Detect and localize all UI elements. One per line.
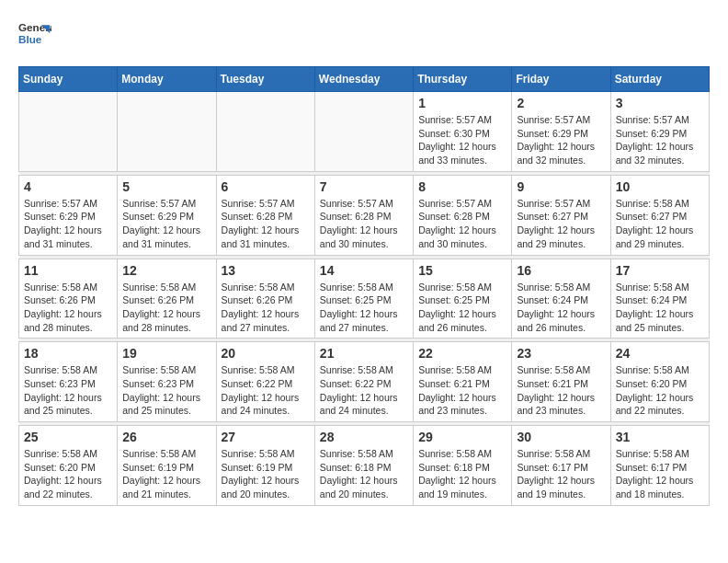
calendar-header-row: SundayMondayTuesdayWednesdayThursdayFrid…: [19, 67, 710, 92]
calendar-cell: 19Sunrise: 5:58 AM Sunset: 6:23 PM Dayli…: [118, 342, 216, 422]
day-info: Sunrise: 5:58 AM Sunset: 6:24 PM Dayligh…: [517, 281, 605, 335]
day-info: Sunrise: 5:58 AM Sunset: 6:20 PM Dayligh…: [24, 447, 112, 501]
day-number: 13: [222, 263, 310, 278]
calendar-cell: 10Sunrise: 5:58 AM Sunset: 6:27 PM Dayli…: [610, 175, 709, 255]
day-number: 7: [320, 179, 408, 194]
day-info: Sunrise: 5:58 AM Sunset: 6:23 PM Dayligh…: [122, 363, 210, 418]
day-number: 23: [517, 346, 605, 361]
day-number: 3: [616, 96, 704, 110]
day-number: 15: [418, 263, 506, 278]
calendar-header-wednesday: Wednesday: [314, 67, 413, 92]
day-number: 27: [222, 430, 310, 444]
calendar-cell: 5Sunrise: 5:57 AM Sunset: 6:29 PM Daylig…: [118, 175, 216, 255]
calendar-cell: 21Sunrise: 5:58 AM Sunset: 6:22 PM Dayli…: [314, 342, 413, 422]
day-info: Sunrise: 5:57 AM Sunset: 6:28 PM Dayligh…: [418, 197, 506, 251]
day-number: 2: [517, 96, 605, 110]
calendar-week-5: 25Sunrise: 5:58 AM Sunset: 6:20 PM Dayli…: [19, 426, 710, 506]
day-info: Sunrise: 5:57 AM Sunset: 6:30 PM Dayligh…: [418, 113, 506, 167]
page-header: General Blue: [18, 18, 710, 52]
day-number: 4: [24, 179, 112, 194]
day-number: 22: [418, 346, 506, 361]
calendar-cell: 18Sunrise: 5:58 AM Sunset: 6:23 PM Dayli…: [19, 342, 118, 422]
logo-icon: General Blue: [18, 18, 51, 52]
calendar-cell: 12Sunrise: 5:58 AM Sunset: 6:26 PM Dayli…: [118, 259, 216, 339]
calendar-cell: [19, 92, 118, 172]
day-info: Sunrise: 5:58 AM Sunset: 6:24 PM Dayligh…: [616, 281, 704, 335]
day-number: 1: [418, 96, 506, 110]
calendar-cell: 20Sunrise: 5:58 AM Sunset: 6:22 PM Dayli…: [216, 342, 314, 422]
day-number: 26: [122, 430, 210, 444]
day-number: 8: [418, 179, 506, 194]
calendar-cell: 27Sunrise: 5:58 AM Sunset: 6:19 PM Dayli…: [216, 426, 314, 506]
day-info: Sunrise: 5:58 AM Sunset: 6:26 PM Dayligh…: [24, 281, 112, 335]
calendar-header-thursday: Thursday: [414, 67, 512, 92]
day-number: 5: [122, 179, 210, 194]
calendar-cell: 9Sunrise: 5:57 AM Sunset: 6:27 PM Daylig…: [512, 175, 610, 255]
calendar-header-monday: Monday: [118, 67, 216, 92]
calendar-cell: 14Sunrise: 5:58 AM Sunset: 6:25 PM Dayli…: [314, 259, 413, 339]
calendar-cell: 28Sunrise: 5:58 AM Sunset: 6:18 PM Dayli…: [314, 426, 413, 506]
day-info: Sunrise: 5:58 AM Sunset: 6:26 PM Dayligh…: [222, 281, 310, 335]
day-info: Sunrise: 5:57 AM Sunset: 6:29 PM Dayligh…: [122, 197, 210, 251]
day-number: 6: [222, 179, 310, 194]
day-number: 28: [320, 430, 408, 444]
day-number: 10: [616, 179, 704, 194]
day-info: Sunrise: 5:58 AM Sunset: 6:20 PM Dayligh…: [616, 363, 704, 418]
calendar-header-saturday: Saturday: [610, 67, 709, 92]
day-number: 19: [122, 346, 210, 361]
day-number: 20: [222, 346, 310, 361]
calendar-cell: 15Sunrise: 5:58 AM Sunset: 6:25 PM Dayli…: [414, 259, 512, 339]
day-info: Sunrise: 5:58 AM Sunset: 6:26 PM Dayligh…: [122, 281, 210, 335]
calendar-cell: 25Sunrise: 5:58 AM Sunset: 6:20 PM Dayli…: [19, 426, 118, 506]
calendar-header-tuesday: Tuesday: [216, 67, 314, 92]
day-number: 16: [517, 263, 605, 278]
calendar-cell: [118, 92, 216, 172]
day-info: Sunrise: 5:58 AM Sunset: 6:17 PM Dayligh…: [616, 447, 704, 501]
day-info: Sunrise: 5:58 AM Sunset: 6:25 PM Dayligh…: [320, 281, 408, 335]
day-info: Sunrise: 5:58 AM Sunset: 6:18 PM Dayligh…: [320, 447, 408, 501]
day-info: Sunrise: 5:57 AM Sunset: 6:28 PM Dayligh…: [320, 197, 408, 251]
calendar-cell: 29Sunrise: 5:58 AM Sunset: 6:18 PM Dayli…: [414, 426, 512, 506]
day-info: Sunrise: 5:58 AM Sunset: 6:17 PM Dayligh…: [517, 447, 605, 501]
calendar-cell: 16Sunrise: 5:58 AM Sunset: 6:24 PM Dayli…: [512, 259, 610, 339]
day-number: 11: [24, 263, 112, 278]
calendar-week-2: 4Sunrise: 5:57 AM Sunset: 6:29 PM Daylig…: [19, 175, 710, 255]
calendar-cell: 1Sunrise: 5:57 AM Sunset: 6:30 PM Daylig…: [414, 92, 512, 172]
day-number: 17: [616, 263, 704, 278]
calendar-cell: 6Sunrise: 5:57 AM Sunset: 6:28 PM Daylig…: [216, 175, 314, 255]
day-info: Sunrise: 5:58 AM Sunset: 6:27 PM Dayligh…: [616, 197, 704, 251]
calendar-cell: 17Sunrise: 5:58 AM Sunset: 6:24 PM Dayli…: [610, 259, 709, 339]
day-info: Sunrise: 5:58 AM Sunset: 6:21 PM Dayligh…: [517, 363, 605, 418]
day-number: 30: [517, 430, 605, 444]
calendar-cell: 23Sunrise: 5:58 AM Sunset: 6:21 PM Dayli…: [512, 342, 610, 422]
day-info: Sunrise: 5:57 AM Sunset: 6:29 PM Dayligh…: [517, 113, 605, 167]
day-info: Sunrise: 5:58 AM Sunset: 6:22 PM Dayligh…: [320, 363, 408, 418]
day-info: Sunrise: 5:58 AM Sunset: 6:22 PM Dayligh…: [222, 363, 310, 418]
day-info: Sunrise: 5:57 AM Sunset: 6:29 PM Dayligh…: [24, 197, 112, 251]
day-info: Sunrise: 5:58 AM Sunset: 6:21 PM Dayligh…: [418, 363, 506, 418]
calendar-cell: [216, 92, 314, 172]
calendar-cell: 7Sunrise: 5:57 AM Sunset: 6:28 PM Daylig…: [314, 175, 413, 255]
calendar-week-3: 11Sunrise: 5:58 AM Sunset: 6:26 PM Dayli…: [19, 259, 710, 339]
calendar-cell: 3Sunrise: 5:57 AM Sunset: 6:29 PM Daylig…: [610, 92, 709, 172]
day-info: Sunrise: 5:57 AM Sunset: 6:29 PM Dayligh…: [616, 113, 704, 167]
day-number: 21: [320, 346, 408, 361]
calendar-cell: 31Sunrise: 5:58 AM Sunset: 6:17 PM Dayli…: [610, 426, 709, 506]
calendar-cell: 13Sunrise: 5:58 AM Sunset: 6:26 PM Dayli…: [216, 259, 314, 339]
day-info: Sunrise: 5:58 AM Sunset: 6:25 PM Dayligh…: [418, 281, 506, 335]
calendar-cell: 22Sunrise: 5:58 AM Sunset: 6:21 PM Dayli…: [414, 342, 512, 422]
calendar-cell: 8Sunrise: 5:57 AM Sunset: 6:28 PM Daylig…: [414, 175, 512, 255]
calendar-cell: 2Sunrise: 5:57 AM Sunset: 6:29 PM Daylig…: [512, 92, 610, 172]
svg-text:Blue: Blue: [18, 33, 42, 45]
calendar-cell: 4Sunrise: 5:57 AM Sunset: 6:29 PM Daylig…: [19, 175, 118, 255]
calendar-cell: 26Sunrise: 5:58 AM Sunset: 6:19 PM Dayli…: [118, 426, 216, 506]
day-number: 24: [616, 346, 704, 361]
day-number: 25: [24, 430, 112, 444]
day-number: 9: [517, 179, 605, 194]
calendar-header-friday: Friday: [512, 67, 610, 92]
day-number: 14: [320, 263, 408, 278]
calendar-cell: 24Sunrise: 5:58 AM Sunset: 6:20 PM Dayli…: [610, 342, 709, 422]
day-info: Sunrise: 5:57 AM Sunset: 6:27 PM Dayligh…: [517, 197, 605, 251]
calendar-header-sunday: Sunday: [19, 67, 118, 92]
calendar-week-4: 18Sunrise: 5:58 AM Sunset: 6:23 PM Dayli…: [19, 342, 710, 422]
